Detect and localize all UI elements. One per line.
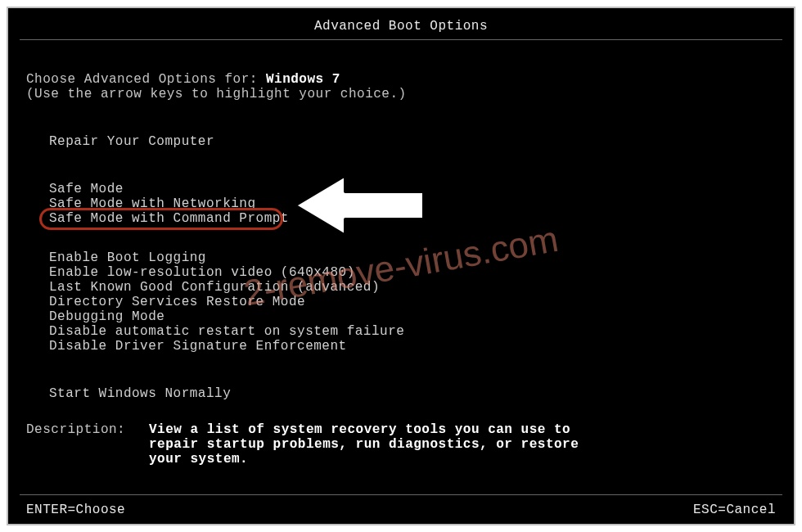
window-frame: Advanced Boot Options Choose Advanced Op… (7, 7, 795, 525)
header-line: Choose Advanced Options for: Windows 7 (26, 72, 776, 87)
description-text: View a list of system recovery tools you… (149, 422, 607, 467)
highlight-ring-annotation (39, 208, 283, 230)
title-divider (20, 39, 782, 40)
content-area: Choose Advanced Options for: Windows 7 (… (26, 72, 776, 401)
group-normal: Start Windows Normally (26, 386, 776, 401)
option-enable-boot-logging[interactable]: Enable Boot Logging (26, 250, 776, 265)
boot-screen: Advanced Boot Options Choose Advanced Op… (8, 8, 794, 524)
footer-divider (20, 494, 782, 495)
footer-bar: ENTER=Choose ESC=Cancel (26, 503, 776, 517)
footer-esc-cancel: ESC=Cancel (693, 503, 776, 517)
option-low-resolution-video[interactable]: Enable low-resolution video (640x480) (26, 265, 776, 280)
option-directory-services-restore[interactable]: Directory Services Restore Mode (26, 295, 776, 309)
footer-enter-choose: ENTER=Choose (26, 503, 125, 517)
option-disable-auto-restart[interactable]: Disable automatic restart on system fail… (26, 324, 776, 339)
header-prefix: Choose Advanced Options for: (26, 72, 266, 87)
header-hint: (Use the arrow keys to highlight your ch… (26, 87, 776, 101)
option-repair-your-computer[interactable]: Repair Your Computer (26, 134, 776, 149)
page-title: Advanced Boot Options (8, 15, 794, 38)
option-start-windows-normally[interactable]: Start Windows Normally (26, 386, 776, 401)
option-debugging-mode[interactable]: Debugging Mode (26, 309, 776, 324)
group-advanced: Enable Boot Logging Enable low-resolutio… (26, 250, 776, 354)
description-label: Description: (26, 422, 124, 467)
option-safe-mode[interactable]: Safe Mode (26, 182, 776, 196)
group-repair: Repair Your Computer (26, 134, 776, 149)
description-block: Description: View a list of system recov… (26, 422, 607, 467)
option-disable-driver-signature[interactable]: Disable Driver Signature Enforcement (26, 339, 776, 354)
option-last-known-good-config[interactable]: Last Known Good Configuration (advanced) (26, 280, 776, 295)
header-os: Windows 7 (266, 72, 340, 87)
